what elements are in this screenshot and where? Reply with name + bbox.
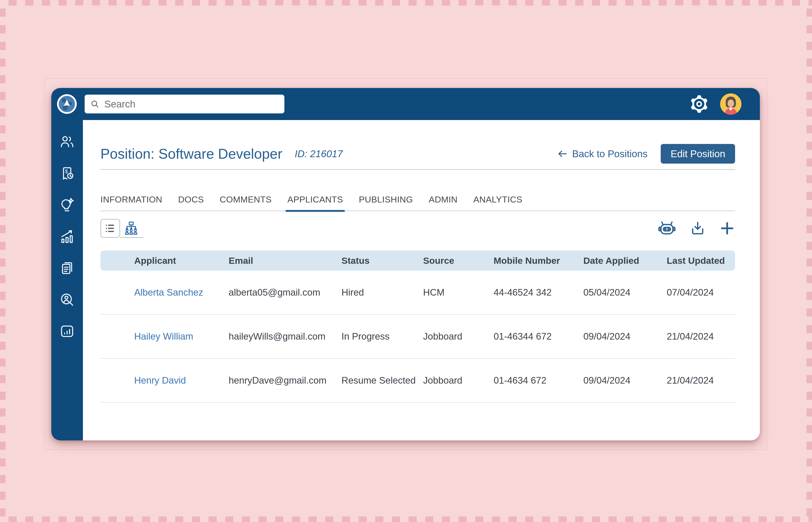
header-actions <box>690 93 741 115</box>
download-icon <box>689 220 706 237</box>
applicant-mobile: 44-46524 342 <box>494 287 583 298</box>
applicant-mobile: 01-4634 672 <box>494 375 583 386</box>
applicant-last-updated: 21/04/2024 <box>667 331 735 342</box>
applicant-status: Hired <box>341 287 423 298</box>
main-content: Position: Software Developer ID: 216017 … <box>83 120 760 440</box>
applicant-name-link[interactable]: Henry David <box>100 375 229 386</box>
tab-applicants[interactable]: APPLICANTS <box>288 195 343 210</box>
table-row: Alberta Sanchez alberta05@gmail.com Hire… <box>100 270 735 315</box>
window-body: $ <box>51 120 760 440</box>
applicant-name-link[interactable]: Alberta Sanchez <box>100 287 229 298</box>
col-header-source: Source <box>423 256 494 266</box>
analytics-box-icon[interactable] <box>59 323 75 340</box>
applicant-email: alberta05@gmail.com <box>229 287 341 298</box>
applicants-table: Applicant Email Status Source Mobile Num… <box>100 250 735 403</box>
add-icon <box>719 220 735 236</box>
app-logo-icon[interactable] <box>56 94 77 115</box>
payroll-history-icon[interactable]: $ <box>59 165 75 182</box>
view-toggle <box>100 219 141 238</box>
search-input[interactable] <box>104 98 279 110</box>
dashed-border-bottom <box>0 517 812 522</box>
applicant-last-updated: 07/04/2024 <box>667 287 735 298</box>
tab-publishing[interactable]: PUBLISHING <box>359 195 413 210</box>
applicants-toolbar <box>100 219 735 238</box>
applicant-source: HCM <box>423 287 494 298</box>
robot-assistant-icon <box>658 219 676 238</box>
search-bar[interactable] <box>85 95 284 114</box>
title-divider <box>100 169 735 170</box>
view-toggle-baseline <box>120 237 144 238</box>
applicant-email: haileyWills@gmail.com <box>229 331 341 342</box>
sidebar-nav: $ <box>51 120 83 440</box>
people-search-icon[interactable] <box>59 291 75 308</box>
org-chart-view-button[interactable] <box>121 220 141 237</box>
applicant-status: Resume Selected <box>341 375 423 386</box>
tab-analytics[interactable]: ANALYTICS <box>473 195 522 210</box>
applicant-date-applied: 09/04/2024 <box>583 375 667 386</box>
title-row: Position: Software Developer ID: 216017 … <box>100 144 735 164</box>
dashed-border-left <box>0 0 5 522</box>
applicant-last-updated: 21/04/2024 <box>667 375 735 386</box>
applicant-mobile: 01-46344 672 <box>494 331 583 342</box>
app-window: $ <box>51 88 760 440</box>
back-to-positions-link[interactable]: Back to Positions <box>557 148 648 160</box>
list-view-button[interactable] <box>100 219 120 238</box>
applicant-email: henryDave@gmail.com <box>229 375 341 386</box>
tab-docs[interactable]: DOCS <box>178 195 204 210</box>
page-title: Position: Software Developer <box>100 146 282 162</box>
search-icon <box>90 99 100 109</box>
back-link-label: Back to Positions <box>572 148 648 160</box>
tab-comments[interactable]: COMMENTS <box>220 195 272 210</box>
artboard: $ <box>0 0 812 522</box>
col-header-email: Email <box>229 256 341 266</box>
col-header-status: Status <box>341 256 423 266</box>
applicant-date-applied: 09/04/2024 <box>583 331 667 342</box>
dashed-border-top <box>0 0 812 5</box>
tab-bar: INFORMATION DOCS COMMENTS APPLICANTS PUB… <box>100 195 735 211</box>
table-actions <box>658 219 735 238</box>
team-icon[interactable] <box>59 133 75 150</box>
applicant-status: In Progress <box>341 331 423 342</box>
col-header-mobile: Mobile Number <box>494 256 583 266</box>
col-header-date-applied: Date Applied <box>583 256 667 266</box>
list-view-icon <box>104 222 116 235</box>
table-row: Hailey William haileyWills@gmail.com In … <box>100 315 735 359</box>
user-avatar[interactable] <box>720 93 741 115</box>
back-arrow-icon <box>557 148 568 159</box>
app-header <box>51 88 760 120</box>
applicant-name-link[interactable]: Hailey William <box>100 331 229 342</box>
edit-position-button[interactable]: Edit Position <box>661 144 735 164</box>
col-header-applicant: Applicant <box>100 256 229 266</box>
table-row: Henry David henryDave@gmail.com Resume S… <box>100 359 735 403</box>
applicant-date-applied: 05/04/2024 <box>583 287 667 298</box>
growth-chart-icon[interactable] <box>59 228 75 245</box>
table-header-row: Applicant Email Status Source Mobile Num… <box>100 250 735 270</box>
tab-admin[interactable]: ADMIN <box>429 195 458 210</box>
settings-gear-icon[interactable] <box>690 95 708 113</box>
svg-text:$: $ <box>65 168 68 174</box>
org-chart-view-icon <box>123 220 139 236</box>
documents-icon[interactable] <box>59 260 75 276</box>
add-applicant-button[interactable] <box>719 220 735 236</box>
dashed-border-right <box>807 0 812 522</box>
col-header-last-updated: Last Updated <box>667 256 735 266</box>
idea-sparkle-icon[interactable] <box>59 197 75 213</box>
applicant-source: Jobboard <box>423 331 494 342</box>
robot-assistant-button[interactable] <box>658 219 676 238</box>
tab-information[interactable]: INFORMATION <box>100 195 162 210</box>
applicant-source: Jobboard <box>423 375 494 386</box>
download-button[interactable] <box>689 220 706 237</box>
position-id: ID: 216017 <box>295 148 343 160</box>
